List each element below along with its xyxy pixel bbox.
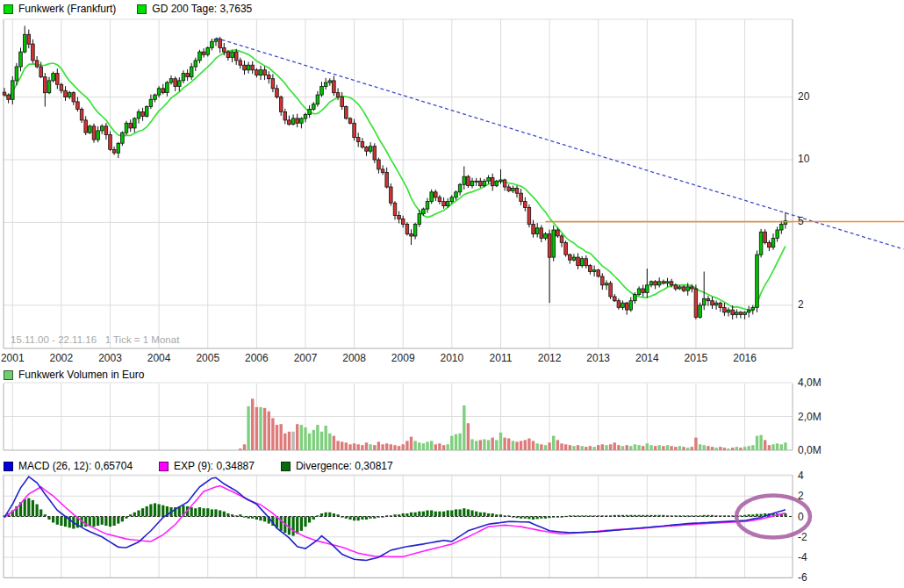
volume-legend: Funkwerk Volumen in Euro xyxy=(4,369,144,381)
gd200-legend-item: GD 200 Tage: 3,7635 xyxy=(137,3,252,15)
x-axis-year-label: 2016 xyxy=(733,352,757,364)
x-axis-year-label: 2006 xyxy=(245,352,269,364)
macd-axis-tick-label: 2 xyxy=(798,490,804,502)
price-legend: Funkwerk (Frankfurt) GD 200 Tage: 3,7635 xyxy=(4,3,252,15)
exp-legend-item: EXP (9): 0,34887 xyxy=(159,460,255,472)
date-range-note: 15.11.00 - 22.11.16 1 Tick = 1 Monat xyxy=(11,334,179,345)
x-axis-year-label: 2010 xyxy=(440,352,463,364)
x-axis-year-label: 2009 xyxy=(391,352,415,364)
volume-bar-series xyxy=(239,398,787,450)
macd-axis-tick-label: -4 xyxy=(798,551,807,563)
x-axis-year-label: 2002 xyxy=(50,352,74,364)
x-axis-year-label: 2013 xyxy=(586,352,610,364)
x-axis-year-label: 2011 xyxy=(490,352,513,364)
x-axis-year-label: 2004 xyxy=(147,352,171,364)
volume-axis-tick-label: 2,0M xyxy=(798,411,821,423)
gd200-series-swatch-icon xyxy=(137,4,147,14)
divergence-series-label: Divergence: 0,30817 xyxy=(296,460,393,472)
price-axis-tick-label: 5 xyxy=(798,215,804,227)
macd-series-label: MACD (26, 12): 0,65704 xyxy=(18,460,133,472)
price-axis-tick-label: 10 xyxy=(798,153,809,165)
gd200-series-label: GD 200 Tage: 3,7635 xyxy=(152,3,252,15)
gd200-line xyxy=(4,50,786,310)
exp-series-label: EXP (9): 0,34887 xyxy=(174,460,255,472)
price-axis-tick-label: 2 xyxy=(798,298,804,311)
macd-series-swatch-icon xyxy=(4,462,13,471)
price-series-swatch-icon xyxy=(4,4,13,14)
price-series-legend-item: Funkwerk (Frankfurt) xyxy=(4,3,116,15)
divergence-series-swatch-icon xyxy=(281,462,291,471)
macd-axis-tick-label: 4 xyxy=(798,470,804,482)
candlestick-series xyxy=(3,25,786,319)
x-axis-year-label: 2007 xyxy=(294,352,318,364)
panel-borders xyxy=(4,19,793,577)
x-axis-year-label: 2012 xyxy=(538,352,562,364)
price-axis-tick-label: 20 xyxy=(798,90,809,103)
chart-page: Funkwerk (Frankfurt) GD 200 Tage: 3,7635… xyxy=(0,0,904,588)
macd-legend: MACD (26, 12): 0,65704 EXP (9): 0,34887 … xyxy=(4,460,393,472)
divergence-histogram xyxy=(3,498,786,536)
exp-series-swatch-icon xyxy=(159,462,169,471)
x-axis-year-label: 2008 xyxy=(342,352,366,364)
volume-axis-tick-label: 4,0M xyxy=(798,376,821,389)
x-axis-year-label: 2003 xyxy=(98,352,122,364)
divergence-legend-item: Divergence: 0,30817 xyxy=(281,460,393,472)
chart-canvas xyxy=(0,0,904,588)
macd-axis-tick-label: -6 xyxy=(798,571,807,584)
x-axis-year-label: 2014 xyxy=(635,352,659,364)
x-axis-year-label: 2005 xyxy=(196,352,219,364)
volume-legend-item: Funkwerk Volumen in Euro xyxy=(4,369,144,381)
volume-series-swatch-icon xyxy=(4,370,13,380)
gridlines xyxy=(4,19,793,577)
volume-series-label: Funkwerk Volumen in Euro xyxy=(18,369,144,381)
price-series-label: Funkwerk (Frankfurt) xyxy=(18,3,116,15)
macd-axis-tick-label: -2 xyxy=(798,531,807,543)
macd-axis-tick-label: 0 xyxy=(798,511,804,523)
volume-axis-tick-label: 0,0M xyxy=(798,444,821,456)
macd-legend-item: MACD (26, 12): 0,65704 xyxy=(4,460,133,472)
x-axis-year-label: 2001 xyxy=(1,352,25,364)
x-axis-year-label: 2015 xyxy=(685,352,708,364)
